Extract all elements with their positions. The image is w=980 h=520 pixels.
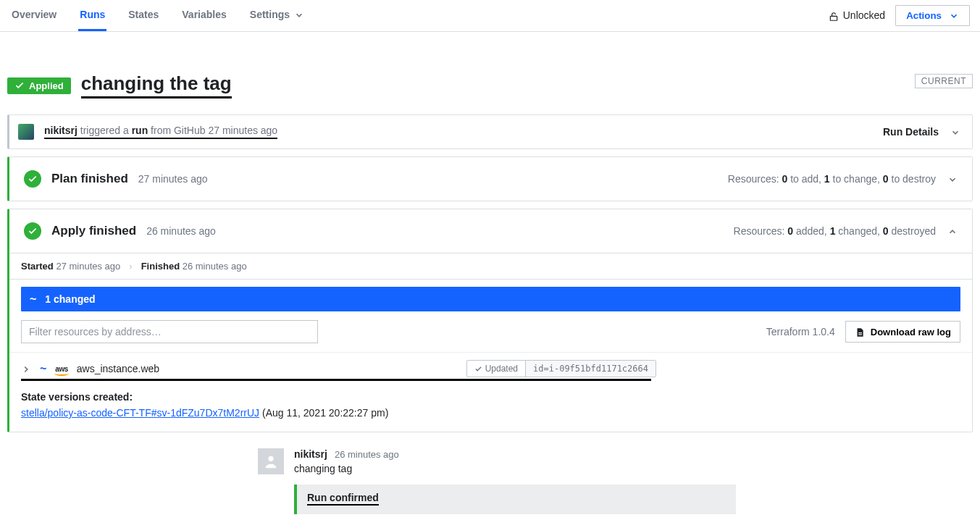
tab-runs[interactable]: Runs [78, 0, 106, 31]
lock-label: Unlocked [843, 9, 885, 21]
finished-label: Finished [141, 261, 180, 272]
finished-time: 26 minutes ago [180, 261, 247, 272]
started-label: Started [21, 261, 54, 272]
trigger-suffix: from GitHub 27 minutes ago [148, 125, 277, 136]
tab-states[interactable]: States [127, 0, 160, 31]
plan-right: Resources: 0 to add, 1 to change, 0 to d… [728, 173, 958, 185]
plan-header: Plan finished 27 minutes ago Resources: … [9, 157, 972, 201]
apply-panel: Apply finished 26 minutes ago Resources:… [7, 209, 973, 432]
run-confirmed-box: Run confirmed [294, 485, 736, 514]
apply-timeline: Started 27 minutes ago › Finished 26 min… [9, 253, 972, 280]
chevron-down-icon [949, 10, 959, 21]
trigger-left: nikitsrj triggered a run from GitHub 27 … [18, 124, 277, 140]
state-timestamp: (Aug 11, 2021 20:22:27 pm) [259, 407, 388, 419]
chevron-down-icon[interactable] [950, 126, 960, 138]
apply-header: Apply finished 26 minutes ago Resources:… [9, 209, 972, 253]
actions-button[interactable]: Actions [895, 5, 970, 26]
run-details-toggle[interactable]: Run Details [883, 126, 939, 138]
apply-title: Apply finished [51, 224, 136, 238]
comment-body: nikitsrj 26 minutes ago changing tag Run… [294, 448, 736, 514]
resource-updated: Updated [467, 361, 526, 377]
resource-filter-input[interactable] [21, 320, 318, 343]
check-icon [14, 80, 25, 91]
state-versions: State versions created: stella/policy-as… [9, 391, 972, 432]
plan-time: 27 minutes ago [138, 173, 208, 185]
resource-id: id=i-09f51bfd1171c2664 [526, 361, 656, 377]
trigger-verb: triggered a [78, 125, 132, 136]
trigger-user: nikitsrj [44, 125, 78, 136]
apply-time: 26 minutes ago [146, 225, 216, 237]
filter-row: Terraform 1.0.4 Download raw log [9, 311, 972, 352]
top-nav: Overview Runs States Variables Settings … [0, 0, 980, 32]
title-row: Applied changing the tag CURRENT [7, 72, 973, 98]
apply-added-t: added, [793, 225, 830, 237]
avatar [258, 448, 284, 474]
plan-change-n: 1 [824, 173, 830, 185]
plan-resources: Resources: 0 to add, 1 to change, 0 to d… [728, 173, 936, 185]
comment-user: nikitsrj [294, 448, 327, 460]
actions-label: Actions [906, 10, 942, 21]
resource-status-pill: Updated id=i-09f51bfd1171c2664 [466, 360, 656, 377]
resource-status-text: Updated [485, 364, 518, 374]
underline-decoration [21, 379, 651, 381]
trigger-noun: run [132, 125, 148, 136]
run-title: changing the tag [81, 72, 232, 98]
current-badge: CURRENT [915, 74, 973, 88]
check-circle-icon [24, 170, 41, 188]
resource-left: ~ aws aws_instance.web [21, 362, 159, 375]
topbar-right: Unlocked Actions [829, 5, 970, 26]
apply-added-n: 0 [787, 225, 793, 237]
plan-change-t: to change, [830, 173, 883, 185]
svg-rect-1 [858, 332, 862, 333]
changed-count: 1 changed [45, 293, 95, 305]
svg-rect-2 [858, 334, 862, 335]
apply-changed-t: changed, [835, 225, 882, 237]
plan-res-prefix: Resources: [728, 173, 782, 185]
started-time: 27 minutes ago [54, 261, 121, 272]
tab-variables[interactable]: Variables [180, 0, 228, 31]
changed-summary-bar[interactable]: ~ 1 changed [21, 287, 960, 311]
lock-status[interactable]: Unlocked [829, 9, 885, 21]
apply-left: Apply finished 26 minutes ago [24, 222, 216, 240]
apply-destroyed-n: 0 [883, 225, 889, 237]
tabs: Overview Runs States Variables Settings [10, 0, 306, 31]
plan-panel: Plan finished 27 minutes ago Resources: … [7, 156, 973, 201]
plan-add-t: to add, [787, 173, 824, 185]
state-heading: State versions created: [21, 391, 960, 403]
tab-settings-label: Settings [250, 9, 290, 20]
trigger-right: Run Details [883, 126, 960, 138]
svg-point-3 [268, 456, 273, 461]
chevron-right-icon[interactable] [21, 363, 31, 374]
apply-destroyed-t: destroyed [889, 225, 936, 237]
status-badge: Applied [7, 77, 71, 94]
comment-head: nikitsrj 26 minutes ago [294, 448, 736, 460]
trigger-header: nikitsrj triggered a run from GitHub 27 … [9, 115, 972, 148]
avatar [18, 124, 34, 140]
page-body: Applied changing the tag CURRENT nikitsr… [0, 32, 980, 520]
breadcrumb-sep: › [129, 261, 132, 272]
tab-overview[interactable]: Overview [10, 0, 58, 31]
comment-message: changing tag [294, 463, 736, 474]
plan-title: Plan finished [51, 172, 128, 186]
tab-settings[interactable]: Settings [248, 0, 306, 31]
resource-row[interactable]: ~ aws aws_instance.web Updated id=i-09f5… [9, 352, 972, 379]
unlock-icon [829, 9, 839, 21]
download-log-button[interactable]: Download raw log [845, 321, 960, 343]
resource-name: aws_instance.web [77, 363, 159, 374]
download-label: Download raw log [871, 327, 951, 337]
svg-rect-0 [830, 16, 837, 20]
chevron-down-icon [294, 9, 304, 20]
state-version-link[interactable]: stella/policy-as-code-CFT-TF#sv-1dFZu7Dx… [21, 407, 259, 419]
chevron-up-icon[interactable] [947, 225, 958, 237]
apply-resources: Resources: 0 added, 1 changed, 0 destroy… [734, 225, 936, 237]
check-circle-icon [24, 222, 41, 240]
plan-destroy-t: to destroy [889, 173, 936, 185]
file-icon [855, 326, 865, 337]
comment-time: 26 minutes ago [335, 449, 399, 460]
trigger-line: nikitsrj triggered a run from GitHub 27 … [44, 125, 277, 139]
chevron-down-icon[interactable] [947, 173, 958, 185]
run-confirmed-text: Run confirmed [307, 492, 379, 506]
tilde-icon: ~ [30, 293, 36, 306]
plan-destroy-n: 0 [883, 173, 889, 185]
aws-provider-icon: aws [55, 365, 67, 373]
